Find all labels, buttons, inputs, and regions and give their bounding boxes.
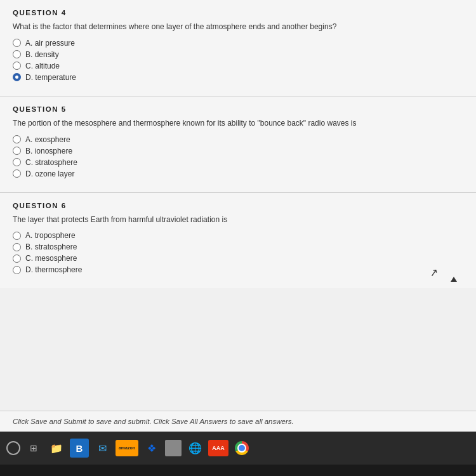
q4-radio-b[interactable]: [13, 50, 21, 58]
q4-label-d: D. temperature: [25, 73, 76, 82]
taskbar-chrome[interactable]: [232, 439, 251, 458]
taskbar-dictionary[interactable]: AAA: [208, 440, 228, 456]
q6-option-b[interactable]: B. stratosphere: [13, 242, 463, 251]
question-6-text: The layer that protects Earth from harmf…: [13, 215, 463, 225]
taskbar-grey-app[interactable]: [165, 440, 182, 456]
q4-label-b: B. density: [25, 50, 59, 59]
question-6-header: QUESTION 6: [13, 202, 463, 209]
q5-radio-a[interactable]: [13, 135, 21, 143]
q5-option-a[interactable]: A. exosphere: [13, 135, 463, 144]
question-4-text: What is the factor that determines where…: [13, 22, 463, 32]
q4-label-c: C. altitude: [25, 62, 60, 70]
q5-label-c: C. stratosphere: [25, 158, 77, 167]
question-5-header: QUESTION 5: [13, 105, 463, 113]
bottom-bar: [0, 465, 476, 476]
q6-label-a: A. troposphere: [25, 231, 76, 240]
q5-label-d: D. ozone layer: [25, 169, 74, 178]
q4-option-b[interactable]: B. density: [13, 50, 463, 59]
q4-label-a: A. air pressure: [25, 39, 75, 48]
question-4-header: QUESTION 4: [13, 9, 463, 17]
q4-option-a[interactable]: A. air pressure: [13, 39, 463, 48]
main-content: QUESTION 4 What is the factor that deter…: [0, 0, 476, 432]
footer-bar: Click Save and Submit to save and submit…: [0, 411, 476, 432]
q4-radio-d[interactable]: [13, 73, 21, 81]
taskbar: ⊞ 📁 B ✉ amazon ❖ 🌐 AAA: [0, 432, 476, 465]
taskbar-brave-browser[interactable]: B: [70, 439, 89, 458]
q5-radio-b[interactable]: [13, 147, 21, 155]
q6-option-c[interactable]: C. mesosphere: [13, 254, 463, 263]
q6-radio-a[interactable]: [13, 232, 21, 240]
quiz-area: QUESTION 4 What is the factor that deter…: [0, 0, 476, 411]
q6-label-c: C. mesosphere: [25, 254, 77, 263]
q5-label-b: B. ionosphere: [25, 147, 72, 155]
taskbar-amazon[interactable]: amazon: [116, 440, 138, 456]
q4-option-d[interactable]: D. temperature: [13, 73, 463, 82]
dict-label: AAA: [212, 445, 225, 451]
q4-radio-a[interactable]: [13, 39, 21, 47]
taskbar-dropbox[interactable]: ❖: [142, 439, 161, 458]
chrome-icon: [235, 441, 249, 455]
q6-radio-d[interactable]: [13, 266, 21, 274]
q6-label-b: B. stratosphere: [25, 242, 77, 251]
q5-option-c[interactable]: C. stratosphere: [13, 158, 463, 167]
question-5-block: QUESTION 5 The portion of the mesosphere…: [0, 96, 476, 193]
taskbar-windows-button[interactable]: [6, 441, 20, 455]
taskbar-mail[interactable]: ✉: [93, 439, 112, 458]
q5-option-d[interactable]: D. ozone layer: [13, 169, 463, 178]
q5-option-b[interactable]: B. ionosphere: [13, 147, 463, 155]
q5-radio-c[interactable]: [13, 158, 21, 166]
question-5-text: The portion of the mesosphere and thermo…: [13, 118, 463, 129]
q5-radio-d[interactable]: [13, 169, 21, 178]
q6-label-d: D. thermosphere: [25, 265, 82, 274]
q6-option-a[interactable]: A. troposphere: [13, 231, 463, 240]
question-4-block: QUESTION 4 What is the factor that deter…: [0, 0, 476, 96]
footer-text: Click Save and Submit to save and submit…: [13, 418, 294, 425]
taskbar-folder[interactable]: 📁: [47, 439, 66, 458]
q6-option-d[interactable]: D. thermosphere: [13, 265, 463, 274]
q5-label-a: A. exosphere: [25, 135, 70, 144]
amazon-label: amazon: [119, 446, 135, 451]
question-6-block: QUESTION 6 The layer that protects Earth…: [0, 193, 476, 289]
q4-radio-c[interactable]: [13, 62, 21, 70]
taskbar-edge[interactable]: 🌐: [185, 439, 204, 458]
q6-radio-b[interactable]: [13, 243, 21, 251]
q6-radio-c[interactable]: [13, 255, 21, 263]
taskbar-task-view[interactable]: ⊞: [24, 439, 43, 458]
q4-option-c[interactable]: C. altitude: [13, 62, 463, 70]
